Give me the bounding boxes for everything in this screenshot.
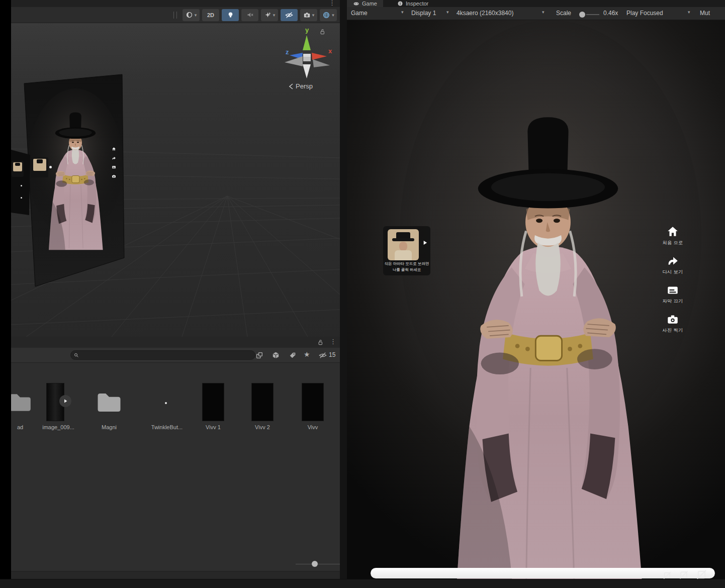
chevron-down-icon: ▾ — [195, 13, 197, 18]
asset-item[interactable]: Vivv 1 — [197, 383, 229, 435]
mini-robe — [395, 250, 412, 260]
avatar-thumbnail-card[interactable]: 작은 아바타 모드로 보려면 나를 클릭 하세요 — [383, 226, 430, 275]
mini-ui-button-column — [111, 147, 118, 182]
2d-toggle-button[interactable]: 2D — [202, 9, 219, 21]
axis-y-label: y — [305, 26, 309, 34]
take-photo-button[interactable]: 사진 찍기 — [655, 313, 691, 334]
mini-dot — [21, 185, 22, 186]
gizmo-settings-button[interactable]: ▾ — [320, 9, 337, 21]
hidden-items-count: 15 — [329, 351, 335, 358]
play-focused-dropdown[interactable]: Play Focused — [626, 10, 663, 17]
game-view-panel: Game Inspector Game ▾ Display 1 ▾ 4ksaer… — [347, 0, 725, 588]
scene-audio-toggle[interactable] — [241, 9, 258, 21]
game-mode-dropdown[interactable]: Game — [351, 10, 368, 17]
shading-mode-button[interactable]: ▾ — [183, 9, 200, 21]
panel-divider[interactable] — [340, 0, 347, 588]
open-new-window-icon[interactable] — [255, 351, 263, 359]
axis-x-label: x — [328, 47, 332, 55]
thumbnail-caption-line2: 나를 클릭 하세요 — [383, 267, 430, 272]
scene-view-panel: ⋮ ▾ 2D ▾ ▾ ▾ — [11, 0, 340, 337]
asset-label: Vivv 1 — [197, 424, 229, 430]
folder-icon — [11, 390, 33, 415]
package-icon[interactable] — [271, 351, 280, 359]
chevron-left-icon — [289, 83, 294, 89]
tab-label: Inspector — [406, 1, 428, 7]
search-icon — [73, 352, 79, 358]
mini-face — [399, 242, 407, 251]
lock-icon[interactable] — [317, 339, 324, 346]
chevron-down-icon: ▾ — [542, 10, 545, 15]
asset-label: ad — [11, 424, 36, 430]
scale-slider-track[interactable] — [586, 14, 599, 15]
sprite-thumbnail — [165, 402, 167, 404]
asset-item[interactable]: Vivv — [297, 383, 329, 435]
camera-button-label: 사진 찍기 — [655, 327, 691, 334]
unity-editor-window: ⋮ ▾ 2D ▾ ▾ ▾ — [0, 0, 725, 588]
disabled-feature-icon[interactable] — [679, 570, 689, 580]
asset-item[interactable]: TwinkleBut... — [143, 383, 191, 435]
chevron-down-icon: ▾ — [273, 13, 276, 18]
gamepad-icon — [353, 1, 359, 7]
subtitle-button-label: 자막 끄기 — [655, 298, 691, 305]
camera-icon — [666, 313, 679, 326]
mini-thumbnail-card — [12, 161, 24, 177]
orientation-gizmo[interactable]: y z x — [282, 25, 338, 80]
subtitle-icon — [666, 283, 679, 297]
lock-icon[interactable] — [319, 28, 326, 35]
tab-game[interactable]: Game — [347, 0, 383, 7]
eye-hidden-icon[interactable] — [319, 351, 327, 359]
scene-toolbar: ▾ 2D ▾ ▾ ▾ — [11, 7, 340, 23]
toolbar-grip-handle[interactable] — [173, 12, 177, 19]
home-button-label: 처음 으로 — [655, 240, 691, 246]
mute-audio-button[interactable]: Mut — [700, 10, 710, 17]
subtitle-toggle-button[interactable]: 자막 끄기 — [655, 283, 691, 305]
mini-dot — [21, 197, 22, 199]
tab-label: Game — [362, 1, 377, 7]
home-button[interactable]: 처음 으로 — [655, 225, 691, 246]
display-dropdown[interactable]: Display 1 — [411, 10, 436, 17]
project-panel-header: ⋮ — [11, 337, 340, 348]
tab-inspector[interactable]: Inspector — [391, 0, 434, 7]
scene-tab-strip: ⋮ — [11, 0, 340, 7]
texture-thumbnail — [302, 383, 324, 421]
scene-menu-kebab-icon[interactable]: ⋮ — [329, 0, 335, 6]
persp-label: Persp — [296, 82, 313, 90]
tag-icon[interactable] — [289, 351, 297, 359]
folder-icon — [96, 389, 123, 416]
project-menu-kebab-icon[interactable]: ⋮ — [330, 339, 336, 345]
scene-lighting-toggle[interactable] — [222, 9, 239, 21]
texture-thumbnail — [251, 383, 274, 421]
2d-label: 2D — [207, 12, 214, 18]
thumbnail-caption-line1: 작은 아바타 모드로 보려면 — [383, 261, 430, 266]
search-input[interactable] — [70, 350, 255, 360]
scene-camera-button[interactable]: ▾ — [300, 9, 317, 21]
scale-label: Scale — [556, 10, 571, 17]
avatar-thumbnail-image — [388, 229, 419, 260]
texture-thumbnail — [202, 383, 224, 421]
chevron-down-icon: ▾ — [688, 10, 690, 15]
thumbnail-size-slider-track[interactable] — [296, 564, 340, 564]
game-viewport[interactable]: 작은 아바타 모드로 보려면 나를 클릭 하세요 처음 으로 다시 보기 자막 … — [347, 20, 725, 588]
scale-slider-knob[interactable] — [579, 12, 585, 18]
projection-mode-toggle[interactable]: Persp — [289, 82, 313, 90]
project-panel: ⋮ ★ 15 ad image_009... Magni — [11, 337, 340, 588]
scale-value: 0.46x — [603, 10, 618, 17]
asset-item[interactable]: image_009... — [42, 383, 74, 435]
scene-visibility-toggle[interactable] — [281, 9, 298, 21]
asset-item[interactable]: Vivv 2 — [246, 383, 279, 435]
axis-z-label: z — [286, 48, 289, 56]
scene-viewport[interactable]: y z x Persp — [11, 23, 340, 337]
info-icon — [397, 1, 403, 7]
asset-label: TwinkleBut... — [143, 424, 191, 430]
status-bar — [0, 579, 725, 588]
thumbnail-size-slider-knob[interactable] — [312, 561, 318, 567]
star-icon[interactable]: ★ — [304, 350, 310, 358]
chevron-down-icon: ▾ — [446, 10, 449, 15]
asset-item[interactable]: Magni — [93, 383, 125, 435]
resolution-dropdown[interactable]: 4ksaero (2160x3840) — [457, 10, 513, 17]
replay-button[interactable]: 다시 보기 — [655, 254, 691, 275]
home-icon — [666, 225, 679, 238]
scene-effects-button[interactable]: ▾ — [261, 9, 278, 21]
asset-item[interactable]: ad — [11, 383, 36, 435]
replay-icon — [666, 254, 679, 267]
